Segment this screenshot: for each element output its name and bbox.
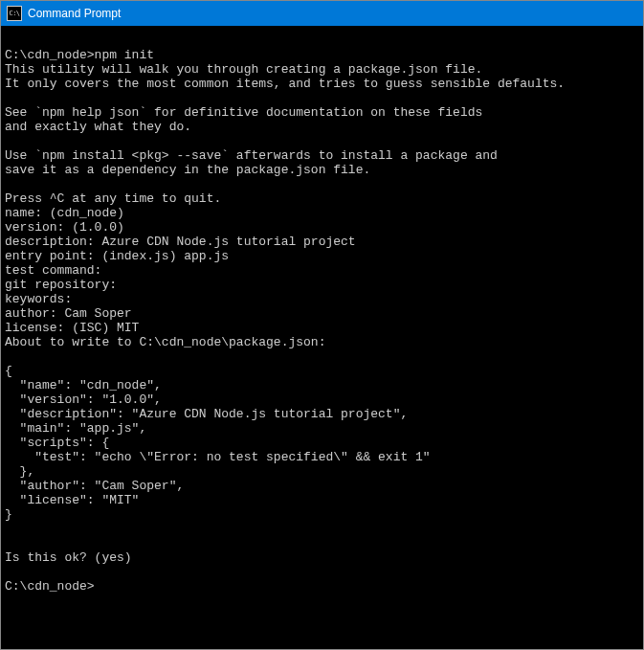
cmd-icon: C:\ (7, 6, 22, 21)
command-prompt-window: C:\ Command Prompt C:\cdn_node>npm init … (0, 0, 644, 650)
titlebar[interactable]: C:\ Command Prompt (1, 1, 643, 26)
window-title: Command Prompt (28, 7, 121, 20)
terminal-output[interactable]: C:\cdn_node>npm init This utility will w… (1, 26, 643, 649)
